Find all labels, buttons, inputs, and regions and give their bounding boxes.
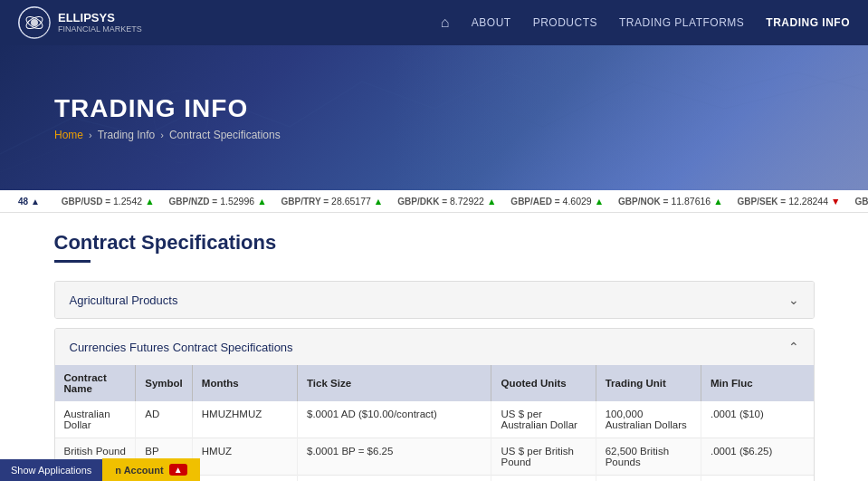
col-trading-unit: Trading Unit [596,365,701,401]
col-min-fluc: Min Fluc [701,365,813,401]
chevron-down-icon: ⌄ [788,293,799,307]
navbar: ELLIPSYS FINANCIAL MARKETS ⌂ ABOUT PRODU… [0,0,868,45]
accordion-agricultural: Agricultural Products ⌄ [54,281,815,319]
cell-contract-name: Australian Dollar [55,401,136,438]
show-apps-label: Show Applications [11,465,91,476]
ticker-count: 48 ▲ [18,197,40,207]
hero-title: TRADING INFO [54,94,868,123]
brand-tagline: FINANCIAL MARKETS [58,24,142,34]
accordion-agricultural-label: Agricultural Products [70,293,178,307]
breadcrumb-home[interactable]: Home [54,129,83,141]
cell-quoted-units: US $ per British Pound [491,438,596,476]
ticker-gbpaed: GBP/AED = 4.6029 ▲ [510,196,604,207]
ticker-gbpchf: GBP/CHF = 1.2047 ▲ [854,196,868,207]
brand-name: ELLIPSYS [58,11,142,25]
accordion-currencies-header[interactable]: Currencies Futures Contract Specificatio… [55,329,814,365]
cell-quoted-units: US $ per Brazilian Real [491,476,596,482]
cell-min-fluc: .0001 ($6.25) [701,438,813,476]
cell-tick-size: .5 point = $.00005 per Brazilian real = … [298,476,491,482]
breadcrumb-trading-info: Trading Info [98,129,156,141]
nav-home[interactable]: ⌂ [441,14,450,31]
show-applications-button[interactable]: Show Applications [0,459,102,481]
hero-banner: TRADING INFO Home › Trading Info › Contr… [0,45,868,190]
col-symbol: Symbol [136,365,193,401]
logo: ELLIPSYS FINANCIAL MARKETS [18,6,142,39]
ticker-gbpnok: GBP/NOK = 11.87616 ▲ [618,196,723,207]
col-contract-name: Contract Name [55,365,136,401]
cell-months: FGHJKMNQUVXZ [192,476,297,482]
col-tick-size: Tick Size [298,365,491,401]
page-title: Contract Specifications [54,231,815,255]
nav-trading-info[interactable]: TRADING INFO [766,16,850,29]
cell-min-fluc: 0.00005=$5.00 (half tick) [701,476,813,482]
logo-icon [18,6,51,39]
chevron-up-icon: ⌃ [788,340,799,354]
accordion-agricultural-header[interactable]: Agricultural Products ⌄ [55,282,814,318]
nav-about[interactable]: ABOUT [472,16,511,29]
bottom-bar: Show Applications n Account ▲ [0,458,200,481]
nav-trading-platforms[interactable]: TRADING PLATFORMS [619,16,744,29]
nav-links: ⌂ ABOUT PRODUCTS TRADING PLATFORMS TRADI… [441,14,850,31]
title-underline [54,260,91,263]
cell-tick-size: $.0001 BP = $6.25 [298,438,491,476]
cell-trading-unit: 62,500 British Pounds [596,438,701,476]
cell-trading-unit: 100,000 Australian Dollars [596,401,701,438]
breadcrumb-current: Contract Specifications [169,129,281,141]
cell-min-fluc: .0001 ($10) [701,401,813,438]
open-account-label: n Account [115,465,163,476]
ticker-gbptry: GBP/TRY = 28.65177 ▲ [281,196,384,207]
ticker-gbpusd: GBP/USD = 1.2542 ▲ [62,196,155,207]
table-row: Australian Dollar AD HMUZHMUZ $.0001 AD … [55,401,814,438]
cell-tick-size: $.0001 AD ($10.00/contract) [298,401,491,438]
table-header: Contract Name Symbol Months Tick Size Qu… [55,365,814,401]
col-months: Months [192,365,297,401]
cell-symbol: AD [136,401,193,438]
ticker-gbpnzd: GBP/NZD = 1.52996 ▲ [169,196,267,207]
breadcrumb: Home › Trading Info › Contract Specifica… [54,129,868,141]
accordion-currencies-label: Currencies Futures Contract Specificatio… [70,341,293,354]
cell-months: HMUZHMUZ [192,401,297,438]
main-content: Contract Specifications Agricultural Pro… [36,213,833,481]
ticker-bar: 48 ▲ GBP/USD = 1.2542 ▲ GBP/NZD = 1.5299… [0,190,868,213]
ticker-gbpsek: GBP/SEK = 12.28244 ▼ [738,196,841,207]
cell-quoted-units: US $ per Australian Dollar [491,401,596,438]
cell-months: HMUZ [192,438,297,476]
cell-trading-unit: 100,000 Brazilian reals [596,476,701,482]
nav-products[interactable]: PRODUCTS [533,16,597,29]
svg-point-3 [31,19,38,26]
open-account-button[interactable]: n Account ▲ [102,458,199,481]
col-quoted-units: Quoted Units [491,365,596,401]
chevron-up-icon: ▲ [169,464,187,476]
ticker-gbpdkk: GBP/DKK = 8.72922 ▲ [397,196,496,207]
